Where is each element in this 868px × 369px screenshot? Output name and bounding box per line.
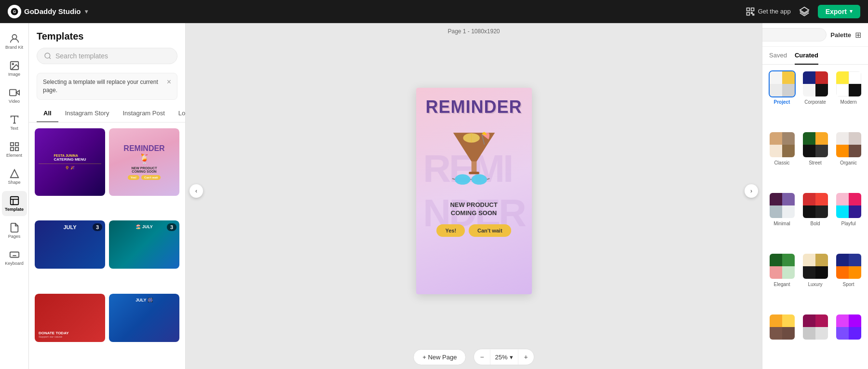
notice-close-button[interactable]: × (167, 78, 171, 86)
zoom-out-button[interactable]: − (474, 349, 489, 365)
svg-rect-30 (469, 172, 479, 174)
notice-banner: Selecting a template will replace your c… (37, 73, 177, 100)
palette-item-corporate[interactable]: Corporate (801, 70, 829, 125)
brand-kit-label: Brand Kit (5, 45, 23, 50)
export-button[interactable]: Export ▾ (818, 5, 860, 18)
svg-line-37 (452, 178, 454, 179)
notice-text: Selecting a template will replace your c… (43, 78, 163, 95)
sidebar-item-video[interactable]: Video (2, 83, 27, 108)
svg-point-10 (12, 63, 14, 65)
svg-rect-3 (751, 8, 754, 11)
palette-name-organic: Organic (840, 160, 857, 165)
palette-item-classic[interactable]: Classic (768, 131, 796, 186)
palette-name-playful: Playful (841, 221, 855, 226)
canvas-design-title: REMINDER (425, 97, 522, 117)
svg-text:G: G (13, 9, 16, 14)
zoom-in-button[interactable]: + (518, 349, 534, 365)
svg-rect-18 (15, 148, 18, 150)
template-thumb-beach: 3 🏖️ JULY (109, 220, 179, 269)
template-item-beach[interactable]: 3 🏖️ JULY (109, 220, 179, 290)
zoom-value[interactable]: 25% ▾ (490, 350, 518, 365)
brand-kit-icon (9, 33, 20, 44)
get-app-button[interactable]: Get the app (746, 7, 791, 16)
svg-point-34 (455, 174, 470, 185)
nav-left: G GoDaddy Studio ▾ (8, 5, 88, 18)
sidebar-item-template[interactable]: Template (2, 191, 27, 216)
canvas-cantwait-button[interactable]: Can't wait (469, 224, 511, 237)
palette-name-street: Street (809, 160, 822, 165)
canvas-yes-button[interactable]: Yes! (436, 224, 465, 237)
palette-swatch-luxury (802, 253, 829, 280)
palette-name-bold: Bold (810, 221, 820, 226)
zoom-chevron-icon: ▾ (510, 354, 513, 361)
canvas-prev-button[interactable]: ‹ (190, 184, 203, 198)
sidebar-item-image[interactable]: Image (2, 56, 27, 81)
layers-icon[interactable] (799, 6, 810, 17)
template-item-reminder[interactable]: REMINDER 🍹 NEW PRODUCTCOMING SOON Yes! C… (109, 128, 179, 217)
palette-tab-curated[interactable]: Curated (795, 47, 818, 65)
element-label: Element (6, 153, 22, 158)
templates-title: Templates (37, 31, 177, 42)
palette-item-rose[interactable] (801, 314, 829, 363)
shape-label: Shape (8, 180, 20, 185)
palette-item-bold[interactable]: Bold (801, 192, 829, 247)
sidebar-item-element[interactable]: Element (2, 137, 27, 162)
palette-name-luxury: Luxury (808, 282, 822, 287)
palette-item-playful[interactable]: Playful (835, 192, 862, 247)
palette-grid: Project Corporate (762, 65, 868, 369)
palette-search-input[interactable] (762, 28, 827, 41)
filter-tab-all[interactable]: All (37, 105, 58, 123)
sidebar-item-keyboard[interactable]: Keyboard (2, 245, 27, 270)
canvas-coming-soon: NEW PRODUCTCOMING SOON (450, 201, 497, 218)
template-badge-beach: 3 (167, 223, 176, 231)
palette-item-yellow[interactable] (768, 314, 796, 363)
template-icon (9, 195, 20, 206)
template-item-donate[interactable]: Donate Today Support our cause (35, 294, 105, 363)
svg-rect-17 (10, 148, 13, 150)
svg-rect-15 (10, 143, 13, 146)
text-label: Text (10, 126, 18, 131)
palette-item-elegant[interactable]: Elegant (768, 253, 796, 308)
image-label: Image (8, 72, 20, 77)
palette-item-modern[interactable]: Modern (835, 70, 862, 125)
template-item-blue3[interactable]: JULY 🎆 (109, 294, 179, 363)
palette-swatch-ai (835, 314, 862, 341)
palette-swatch-classic (769, 131, 796, 158)
palette-item-minimal[interactable]: Minimal (768, 192, 796, 247)
palette-item-ai[interactable] (835, 314, 862, 363)
filter-tab-logo[interactable]: Lo... (172, 105, 185, 123)
palette-item-luxury[interactable]: Luxury (801, 253, 829, 308)
zoom-controls: − 25% ▾ + (474, 349, 534, 365)
canvas-drink-illustration (443, 125, 505, 192)
svg-marker-11 (16, 90, 19, 95)
palette-options-icon[interactable]: ⊞ (855, 30, 861, 40)
sidebar-item-text[interactable]: Text (2, 110, 27, 135)
svg-rect-16 (15, 143, 18, 146)
filter-tab-instagram-story[interactable]: Instagram Story (58, 105, 116, 123)
palette-item-street[interactable]: Street (801, 131, 829, 186)
search-box[interactable] (37, 48, 177, 64)
palette-item-organic[interactable]: Organic (835, 131, 862, 186)
export-label: Export (826, 8, 847, 15)
palette-item-sport[interactable]: Sport (835, 253, 862, 308)
palette-name-sport: Sport (843, 282, 854, 287)
palette-tab-saved[interactable]: Saved (769, 47, 787, 65)
canvas-wrapper: ‹ REMINDER REMINDER (186, 39, 762, 343)
sidebar-item-brand-kit[interactable]: Brand Kit (2, 29, 27, 54)
sidebar-item-pages[interactable]: Pages (2, 218, 27, 243)
new-page-button[interactable]: + New Page (413, 349, 466, 365)
template-item-festa[interactable]: FESTA JUNINACATERING MENU 🌻 🎉 (35, 128, 105, 217)
filter-tab-instagram-post[interactable]: Instagram Post (116, 105, 171, 123)
brand-chevron-icon[interactable]: ▾ (85, 8, 88, 15)
svg-line-29 (49, 57, 51, 59)
palette-label: Palette (830, 31, 851, 39)
template-item-blue1[interactable]: 3 JULY (35, 220, 105, 290)
godaddy-logo[interactable]: G GoDaddy Studio ▾ (8, 5, 88, 18)
palette-swatch-street (802, 131, 829, 158)
sidebar-item-shape[interactable]: Shape (2, 164, 27, 189)
search-input[interactable] (55, 52, 170, 60)
svg-rect-19 (10, 197, 18, 205)
palette-item-project[interactable]: Project (768, 70, 796, 125)
svg-point-35 (471, 174, 487, 185)
canvas-next-button[interactable]: › (745, 184, 758, 198)
